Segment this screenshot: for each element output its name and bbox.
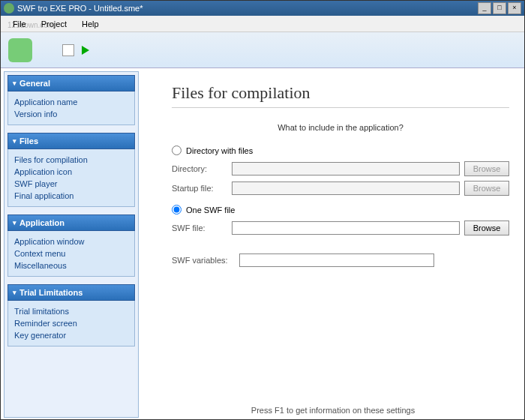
page-subheading: What to include in the application? bbox=[172, 123, 509, 132]
panel-header-trial[interactable]: Trial Limitations bbox=[8, 284, 135, 301]
close-button[interactable]: × bbox=[508, 2, 521, 14]
titlebar: SWF tro EXE PRO - Untitled.sme* _ □ × bbox=[1, 1, 524, 16]
window-title: SWF tro EXE PRO - Untitled.sme* bbox=[17, 4, 478, 13]
panel-files: Files Files for compilation Application … bbox=[8, 133, 135, 207]
panel-title: Trial Limitations bbox=[20, 288, 82, 297]
panel-application: Application Application window Context m… bbox=[8, 214, 135, 277]
sidebar-item-swf-player[interactable]: SWF player bbox=[14, 178, 128, 190]
sidebar-item-final-app[interactable]: Final application bbox=[14, 190, 128, 202]
minimize-button[interactable]: _ bbox=[478, 2, 491, 14]
sidebar-item-version-info[interactable]: Version info bbox=[14, 108, 128, 120]
toolbar-main-icon[interactable] bbox=[8, 38, 32, 62]
browse-startup-button[interactable]: Browse bbox=[464, 181, 509, 196]
sidebar-item-misc[interactable]: Miscellaneous bbox=[14, 260, 128, 272]
sidebar-item-app-icon[interactable]: Application icon bbox=[14, 166, 128, 178]
sidebar-item-app-window[interactable]: Application window bbox=[14, 236, 128, 248]
panel-title: General bbox=[20, 79, 50, 88]
main-panel: Files for compilation What to include in… bbox=[142, 68, 524, 420]
footer-hint: Press F1 to get information on these set… bbox=[142, 406, 524, 415]
app-icon bbox=[4, 3, 14, 14]
radio-one-swf[interactable] bbox=[172, 205, 182, 214]
panel-header-files[interactable]: Files bbox=[8, 133, 135, 149]
panel-header-general[interactable]: General bbox=[8, 75, 135, 92]
swffile-input[interactable] bbox=[232, 221, 460, 235]
toolbar-doc-icon[interactable] bbox=[62, 44, 74, 56]
panel-general: General Application name Version info bbox=[8, 75, 135, 125]
browse-swffile-button[interactable]: Browse bbox=[464, 220, 509, 236]
radio-directory[interactable] bbox=[172, 146, 182, 155]
radio-directory-label: Directory with files bbox=[186, 146, 253, 155]
sidebar: General Application name Version info Fi… bbox=[4, 71, 139, 418]
sidebar-item-app-name[interactable]: Application name bbox=[14, 96, 128, 108]
page-title: Files for compilation bbox=[172, 83, 509, 108]
label-swfvars: SWF variables: bbox=[172, 256, 239, 265]
radio-one-swf-label: One SWF file bbox=[186, 206, 235, 214]
menubar: File Project Help bbox=[1, 16, 524, 32]
sidebar-item-reminder-screen[interactable]: Reminder screen bbox=[14, 317, 128, 329]
label-startup: Startup file: bbox=[172, 184, 232, 193]
startup-input[interactable] bbox=[232, 182, 460, 195]
browse-directory-button[interactable]: Browse bbox=[464, 161, 509, 176]
label-directory: Directory: bbox=[172, 164, 232, 173]
panel-title: Application bbox=[20, 218, 64, 227]
sidebar-item-files-compilation[interactable]: Files for compilation bbox=[14, 154, 128, 166]
sidebar-item-trial-limitations[interactable]: Trial limitations bbox=[14, 305, 128, 317]
menu-help[interactable]: Help bbox=[76, 18, 105, 30]
sidebar-item-key-generator[interactable]: Key generator bbox=[14, 329, 128, 341]
toolbar bbox=[1, 32, 524, 68]
panel-header-application[interactable]: Application bbox=[8, 214, 135, 231]
swfvars-input[interactable] bbox=[239, 254, 434, 267]
panel-trial: Trial Limitations Trial limitations Remi… bbox=[8, 284, 135, 346]
play-icon[interactable] bbox=[82, 46, 89, 55]
directory-input[interactable] bbox=[232, 162, 460, 176]
watermark-text: 121down.com bbox=[8, 21, 54, 29]
maximize-button[interactable]: □ bbox=[493, 2, 506, 14]
label-swffile: SWF file: bbox=[172, 224, 232, 232]
panel-title: Files bbox=[20, 136, 38, 146]
sidebar-item-context-menu[interactable]: Context menu bbox=[14, 248, 128, 260]
